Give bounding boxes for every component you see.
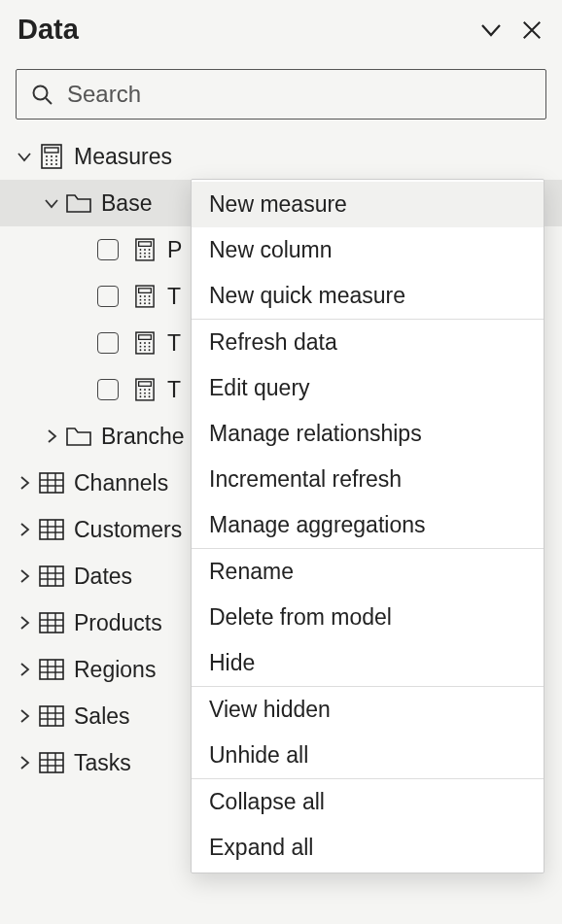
tree-node-label: Branche	[101, 424, 185, 450]
measure-icon	[132, 377, 158, 402]
svg-point-53	[149, 393, 151, 394]
chevron-right-icon	[43, 428, 60, 445]
svg-rect-72	[40, 613, 63, 633]
tree-node-label: Regions	[74, 657, 156, 683]
chevron-right-icon	[16, 661, 33, 678]
svg-point-22	[144, 256, 146, 257]
menu-item-new-quick-measure[interactable]: New quick measure	[192, 273, 544, 319]
svg-point-40	[140, 346, 142, 348]
svg-point-8	[51, 159, 53, 161]
svg-rect-62	[40, 520, 63, 539]
data-pane: Data Measures	[0, 0, 562, 924]
field-checkbox[interactable]	[97, 379, 119, 400]
menu-item-collapse-all[interactable]: Collapse all	[192, 779, 544, 825]
svg-point-42	[149, 346, 151, 348]
table-icon	[39, 657, 64, 682]
svg-point-20	[149, 253, 151, 255]
chevron-right-icon	[16, 614, 33, 632]
svg-point-4	[46, 155, 48, 157]
svg-rect-25	[139, 289, 152, 293]
svg-point-28	[149, 295, 151, 297]
svg-point-38	[144, 342, 146, 344]
svg-rect-3	[45, 148, 58, 153]
menu-item-refresh-data[interactable]: Refresh data	[192, 320, 544, 365]
chevron-right-icon	[16, 707, 33, 725]
close-icon[interactable]	[519, 17, 544, 43]
field-checkbox[interactable]	[97, 239, 119, 260]
chevron-right-icon	[16, 567, 33, 585]
search-input[interactable]	[65, 80, 532, 109]
menu-item-unhide-all[interactable]: Unhide all	[192, 733, 544, 778]
tree-node-label: Products	[74, 610, 162, 636]
chevron-down-icon	[43, 194, 60, 212]
svg-point-30	[144, 299, 146, 301]
search-box[interactable]	[16, 69, 546, 120]
svg-rect-57	[40, 473, 63, 493]
svg-rect-47	[139, 382, 152, 387]
menu-item-incremental-refresh[interactable]: Incremental refresh	[192, 457, 544, 502]
svg-line-1	[46, 98, 52, 104]
chevron-right-icon	[16, 754, 33, 771]
chevron-right-icon	[16, 474, 33, 492]
svg-point-48	[140, 389, 142, 391]
field-checkbox[interactable]	[97, 332, 119, 354]
menu-item-rename[interactable]: Rename	[192, 549, 544, 595]
tree-node-label: Base	[101, 190, 152, 217]
menu-item-delete-from-model[interactable]: Delete from model	[192, 595, 544, 640]
menu-item-manage-relationships[interactable]: Manage relationships	[192, 411, 544, 457]
svg-point-21	[140, 256, 142, 257]
measure-table-icon	[39, 144, 64, 169]
svg-point-29	[140, 299, 142, 301]
svg-point-5	[51, 155, 53, 157]
svg-point-45	[149, 349, 151, 351]
svg-rect-67	[40, 566, 63, 586]
folder-icon	[66, 190, 91, 216]
menu-item-new-measure[interactable]: New measure	[192, 182, 544, 227]
chevron-down-icon	[16, 148, 33, 165]
svg-point-10	[46, 163, 48, 165]
svg-point-16	[144, 249, 146, 251]
tree-node-label: Sales	[74, 703, 130, 730]
pane-title: Data	[18, 14, 478, 46]
field-checkbox[interactable]	[97, 286, 119, 307]
svg-point-39	[149, 342, 151, 344]
svg-rect-77	[40, 660, 63, 679]
collapse-chevron-icon[interactable]	[478, 17, 504, 43]
menu-item-edit-query[interactable]: Edit query	[192, 365, 544, 411]
measure-icon	[132, 330, 158, 356]
svg-point-34	[149, 302, 151, 304]
svg-point-54	[140, 395, 142, 397]
svg-point-0	[34, 86, 48, 100]
pane-header: Data	[0, 0, 562, 55]
svg-point-33	[144, 302, 146, 304]
menu-item-new-column[interactable]: New column	[192, 227, 544, 273]
tree-node-label: Channels	[74, 470, 168, 496]
menu-item-manage-aggregations[interactable]: Manage aggregations	[192, 502, 544, 548]
tree-node-label: Tasks	[74, 750, 131, 776]
svg-point-41	[144, 346, 146, 348]
svg-point-27	[144, 295, 146, 297]
tree-node-label: Measures	[74, 144, 172, 170]
svg-point-9	[55, 159, 57, 161]
measure-icon	[132, 284, 158, 309]
svg-point-19	[144, 253, 146, 255]
svg-point-15	[140, 249, 142, 251]
table-icon	[39, 470, 64, 496]
svg-point-18	[140, 253, 142, 255]
svg-rect-87	[40, 753, 63, 772]
svg-point-37	[140, 342, 142, 344]
svg-point-26	[140, 295, 142, 297]
menu-item-hide[interactable]: Hide	[192, 640, 544, 686]
svg-point-56	[149, 395, 151, 397]
menu-item-expand-all[interactable]: Expand all	[192, 825, 544, 871]
svg-point-7	[46, 159, 48, 161]
menu-item-view-hidden[interactable]: View hidden	[192, 687, 544, 733]
tree-node-label: T	[167, 330, 181, 357]
table-icon	[39, 564, 64, 589]
folder-icon	[66, 424, 91, 449]
svg-point-44	[144, 349, 146, 351]
tree-node-measures[interactable]: Measures	[0, 133, 562, 180]
svg-point-52	[144, 393, 146, 394]
measure-icon	[132, 237, 158, 262]
svg-point-49	[144, 389, 146, 391]
